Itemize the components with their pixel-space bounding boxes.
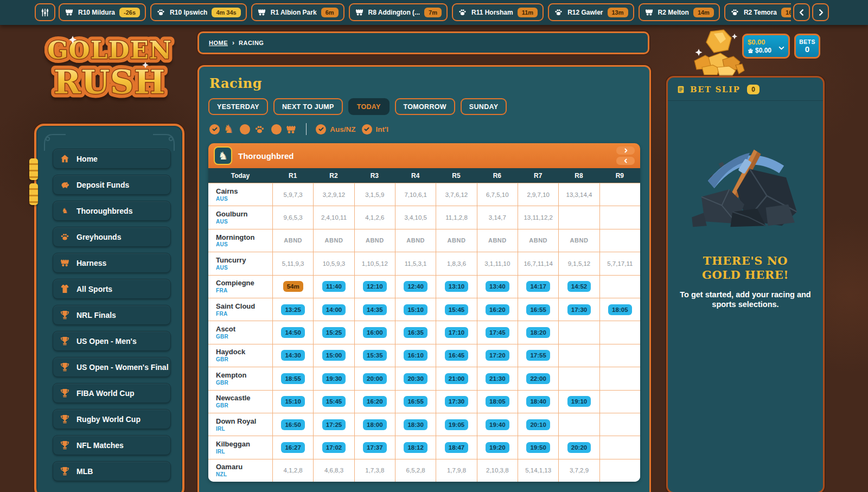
race-result-cell[interactable]: 13,11,12,2 [518, 206, 558, 228]
race-result[interactable]: 9,6,5,3 [284, 214, 303, 221]
race-time-badge[interactable]: 14:50 [281, 327, 304, 338]
race-time-badge[interactable]: 17:30 [567, 304, 591, 315]
race-time-cell[interactable]: 18:00 [354, 413, 395, 436]
track-cell[interactable]: Saint CloudFRA [208, 298, 272, 321]
race-time-badge[interactable]: 16:35 [404, 327, 427, 338]
race-result[interactable]: 3,1,11,10 [484, 260, 510, 267]
filter-aus-nz[interactable]: Aus/NZ [316, 124, 355, 135]
race-time-badge[interactable]: 18:47 [445, 442, 468, 453]
race-time-cell[interactable]: 14:00 [313, 298, 354, 321]
track-cell[interactable]: GoulburnAUS [208, 206, 272, 228]
track-cell[interactable]: KemptonGBR [208, 367, 272, 389]
track-cell[interactable]: NewcastleGBR [208, 391, 272, 413]
race-time-cell[interactable]: 17:10 [436, 321, 476, 343]
race-result[interactable]: 3,1,5,9 [365, 191, 384, 198]
race-time-cell[interactable]: 17:45 [477, 321, 518, 343]
race-result-cell[interactable]: 1,7,9,8 [436, 459, 476, 482]
race-result-cell[interactable]: 9,1,5,12 [558, 252, 599, 274]
race-filter-button[interactable] [35, 3, 55, 21]
tab-today[interactable]: TODAY [348, 98, 390, 115]
race-time-badge[interactable]: 16:10 [404, 350, 427, 361]
race-shortcut-r10-mildura[interactable]: R10 Mildura-26s [59, 3, 146, 21]
race-time-badge[interactable]: 17:55 [526, 350, 550, 361]
race-time-cell[interactable]: 14:30 [272, 344, 313, 367]
race-time-cell[interactable]: 16:10 [395, 344, 436, 367]
race-time-badge[interactable]: 20:10 [526, 419, 550, 430]
race-time-cell[interactable]: 18:05 [599, 298, 640, 321]
race-time-badge[interactable]: 14:35 [363, 304, 386, 315]
track-cell[interactable]: TuncurryAUS [208, 252, 272, 274]
race-result-cell[interactable]: 3,4,10,5 [395, 206, 436, 228]
sidebar-item-fiba-world-cup[interactable]: FIBA World Cup [53, 383, 171, 403]
race-result-cell[interactable]: 1,8,3,6 [436, 252, 476, 274]
race-time-cell[interactable]: 15:45 [313, 391, 354, 413]
race-time-badge[interactable]: 20:30 [404, 373, 427, 384]
race-time-badge[interactable]: 15:25 [322, 327, 346, 338]
race-time-badge[interactable]: 18:40 [526, 396, 550, 407]
race-time-badge[interactable]: 19:20 [486, 442, 509, 453]
sidebar-item-us-open-men-s[interactable]: US Open - Men's [53, 331, 171, 351]
race-time-badge[interactable]: 15:45 [322, 396, 346, 407]
rail-prev-button[interactable] [793, 3, 810, 21]
rail-next-button[interactable] [812, 3, 829, 21]
race-time-badge[interactable]: 14:52 [567, 281, 591, 292]
race-time-badge[interactable]: 16:20 [486, 304, 509, 315]
race-time-cell[interactable]: 16:20 [477, 298, 518, 321]
race-time-cell[interactable]: 17:37 [354, 436, 395, 458]
race-time-badge[interactable]: 11:40 [322, 281, 346, 292]
race-time-badge[interactable]: 21:30 [486, 373, 509, 384]
race-time-cell[interactable]: 20:20 [558, 436, 599, 458]
race-time-badge[interactable]: 14:30 [281, 350, 304, 361]
race-time-cell[interactable]: 22:00 [518, 367, 558, 389]
race-time-badge[interactable]: 17:20 [486, 350, 509, 361]
race-time-cell[interactable]: 14:50 [272, 321, 313, 343]
race-result-cell[interactable]: 2,9,7,10 [518, 183, 558, 206]
race-time-cell[interactable]: 15:25 [313, 321, 354, 343]
track-cell[interactable]: CompiegneFRA [208, 276, 272, 298]
race-result[interactable]: 11,5,3,1 [405, 260, 427, 267]
race-time-badge[interactable]: 14:17 [526, 281, 550, 292]
sidebar-item-home[interactable]: Home [53, 149, 171, 169]
race-time-badge[interactable]: 19:10 [567, 396, 591, 407]
race-time-badge[interactable]: 15:10 [281, 396, 304, 407]
track-cell[interactable]: CairnsAUS [208, 183, 272, 206]
filter-harness[interactable] [271, 124, 297, 135]
race-time-badge[interactable]: 15:35 [363, 350, 386, 361]
race-time-cell[interactable]: 17:25 [313, 413, 354, 436]
race-result-cell[interactable]: 11,1,2,8 [436, 206, 476, 228]
track-cell[interactable]: HaydockGBR [208, 344, 272, 367]
race-time-cell[interactable]: 19:30 [313, 367, 354, 389]
race-result-cell[interactable]: 3,14,7 [477, 206, 518, 228]
race-result-cell[interactable]: 3,1,5,9 [354, 183, 395, 206]
race-result-cell[interactable]: 3,2,9,12 [313, 183, 354, 206]
sidebar-item-deposit-funds[interactable]: Deposit Funds [53, 175, 171, 195]
track-cell[interactable]: MorningtonAUS [208, 229, 272, 252]
race-time-cell[interactable]: 18:30 [395, 413, 436, 436]
bets-button[interactable]: BETS 0 [794, 34, 820, 59]
race-time-cell[interactable]: 17:30 [558, 298, 599, 321]
race-time-cell[interactable]: 19:10 [558, 391, 599, 413]
race-time-badge[interactable]: 12:40 [404, 281, 427, 292]
race-time-badge[interactable]: 16:55 [404, 396, 427, 407]
race-time-cell[interactable]: 16:50 [272, 413, 313, 436]
race-result[interactable]: 2,10,3,8 [486, 467, 509, 474]
race-result-cell[interactable]: 5,14,1,13 [518, 459, 558, 482]
race-time-badge[interactable]: 19:05 [445, 419, 468, 430]
race-time-cell[interactable]: 13:25 [272, 298, 313, 321]
race-result[interactable]: 9,1,5,12 [568, 260, 591, 267]
sidebar-item-harness[interactable]: Harness [53, 253, 171, 273]
race-time-badge[interactable]: 13:40 [486, 281, 509, 292]
balance-button[interactable]: $0.00 $0.00 [742, 34, 790, 59]
tab-yesterday[interactable]: YESTERDAY [208, 98, 268, 115]
race-time-cell[interactable]: 16:20 [354, 391, 395, 413]
race-shortcut-r12-gawler[interactable]: R12 Gawler13m [548, 3, 634, 21]
race-time-cell[interactable]: 17:02 [313, 436, 354, 458]
race-result-cell[interactable]: 6,5,2,8 [395, 459, 436, 482]
race-result-cell[interactable]: 6,7,5,10 [477, 183, 518, 206]
race-time-cell[interactable]: 14:52 [558, 276, 599, 298]
race-result-cell[interactable]: 16,7,11,14 [518, 252, 558, 274]
race-time-cell[interactable]: 15:35 [354, 344, 395, 367]
race-shortcut-r11-horsham[interactable]: R11 Horsham11m [452, 3, 544, 21]
race-time-badge[interactable]: 16:27 [281, 442, 304, 453]
race-countdown-cell[interactable]: 54m [272, 276, 313, 298]
